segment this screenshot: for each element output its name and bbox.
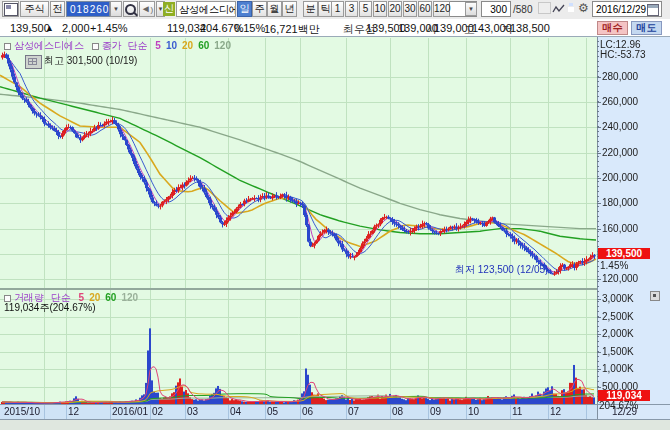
- price-tick-label: 160,000: [602, 223, 638, 234]
- x-tick-label: 12: [68, 406, 79, 417]
- main-chart-legend: 삼성에스디에스 종가 단순 5102060120: [4, 39, 231, 53]
- ma-period-20: 20: [182, 40, 193, 51]
- x-tick-label: 10: [468, 406, 479, 417]
- volume-tick-label: 1,500K: [602, 346, 634, 357]
- price-tick-label: 260,000: [602, 96, 638, 107]
- x-tick-label: 08: [392, 406, 403, 417]
- volume-tick-label: 1,000K: [602, 363, 634, 374]
- price-tick-label: 200,000: [602, 172, 638, 183]
- price-tick-label: 220,000: [602, 147, 638, 158]
- x-tick-label: 04: [230, 406, 241, 417]
- volume-current-line: 119,034주(204.67%): [4, 301, 96, 315]
- ma-period-10: 10: [166, 40, 177, 51]
- x-tick-label: 02: [152, 406, 163, 417]
- x-tick-label: 06: [302, 406, 313, 417]
- price-tick-label: 280,000: [602, 71, 638, 82]
- x-tick-label: 03: [187, 406, 198, 417]
- stock-chart-window: 주식 ▼ 전 018260 ▼ ◄) ▼ 신 삼성에스디에스 ▼ 300 /58…: [0, 0, 670, 430]
- volume-tick-label: 3,000K: [602, 293, 634, 304]
- price-tick-label: 180,000: [602, 197, 638, 208]
- chart-region: 삼성에스디에스 종가 단순 5102060120 최고 301,500 (10/…: [0, 0, 670, 430]
- ma-period-5: 5: [155, 40, 161, 51]
- hc-value: HC:-53.73: [600, 49, 646, 60]
- x-tick-label: 12: [550, 406, 561, 417]
- x-tick-label: 2015/10: [4, 406, 40, 417]
- ma-period-60: 60: [105, 292, 116, 303]
- x-axis-last-date: 12/29: [612, 406, 637, 417]
- ma-period-120: 120: [121, 292, 138, 303]
- pane-collapse-button[interactable]: [650, 291, 660, 301]
- current-price-pct: 1.45%: [600, 260, 628, 271]
- ma-period-60: 60: [198, 40, 209, 51]
- price-tick-label: 240,000: [602, 121, 638, 132]
- high-annotation: 최고 301,500 (10/19): [44, 54, 137, 68]
- x-tick-label: 11: [512, 406, 522, 417]
- legend-ma-type: 단순: [128, 40, 148, 51]
- legend-bullet-icon: [92, 43, 99, 50]
- price-volume-chart-canvas[interactable]: [0, 37, 670, 420]
- legend-price-type: 종가: [102, 40, 122, 51]
- low-annotation: 최저 123,500 (12/05) →: [455, 263, 561, 277]
- legend-ma-periods: 5102060120: [150, 40, 231, 51]
- x-tick-label: 07: [348, 406, 359, 417]
- price-tick-label: 120,000: [602, 273, 638, 284]
- legend-stock-name: 삼성에스디에스: [14, 40, 84, 51]
- legend-bullet-icon: [4, 43, 11, 50]
- volume-tick-label: 2,500K: [602, 311, 634, 322]
- x-tick-label: 09: [430, 406, 441, 417]
- mini-grid-icon[interactable]: [25, 55, 42, 69]
- current-price-marker: 139,500: [598, 248, 650, 259]
- ma-period-120: 120: [214, 40, 231, 51]
- volume-tick-label: 2,000K: [602, 328, 634, 339]
- window-bottom-edge: [0, 420, 670, 430]
- x-tick-label: 2016/01: [112, 406, 148, 417]
- x-tick-label: 05: [267, 406, 278, 417]
